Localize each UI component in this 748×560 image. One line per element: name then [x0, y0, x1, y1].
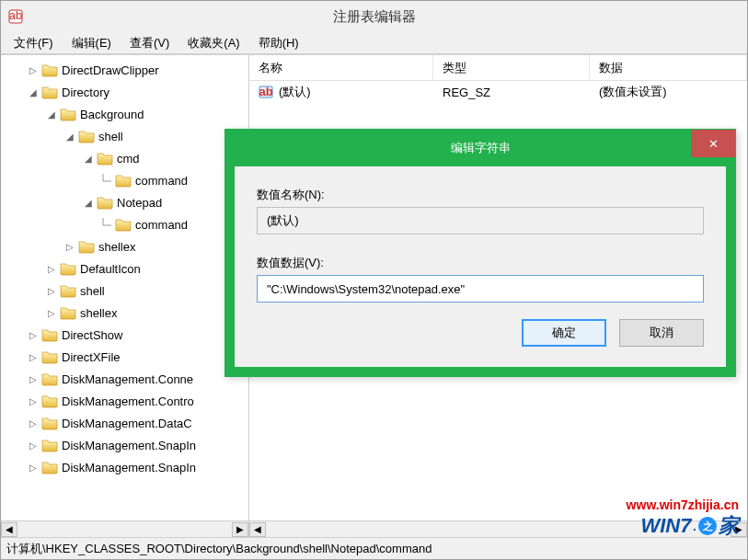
tree-item-label: DiskManagement.SnapIn	[62, 439, 196, 452]
scroll-left-arrow-icon[interactable]: ◀	[1, 522, 17, 537]
tree-item[interactable]: ◢cmd	[1, 147, 248, 169]
tree-item-label: DiskManagement.Conne	[62, 372, 193, 386]
column-name[interactable]: 名称	[249, 55, 433, 80]
tree-item[interactable]: ▷DirectDrawClipper	[1, 59, 248, 81]
tree-item-label: DirectDrawClipper	[62, 63, 158, 77]
scroll-right-arrow-icon[interactable]: ▶	[731, 522, 747, 537]
folder-icon	[41, 438, 58, 452]
folder-icon	[60, 261, 76, 276]
list-header: 名称 类型 数据	[249, 55, 747, 81]
expander-icon[interactable]: ▷	[27, 350, 40, 363]
status-path: 计算机\HKEY_CLASSES_ROOT\Directory\Backgrou…	[6, 541, 432, 557]
tree-item[interactable]: ▷DefaultIcon	[1, 257, 248, 280]
tree-item[interactable]: ▷DirectShow	[1, 324, 248, 346]
column-data[interactable]: 数据	[590, 55, 747, 80]
tree-item[interactable]: ◢Notepad	[1, 191, 248, 213]
menu-file[interactable]: 文件(F)	[5, 32, 63, 54]
ok-button[interactable]: 确定	[522, 319, 606, 347]
tree-item-label: shellex	[98, 240, 135, 254]
expander-icon[interactable]: ◢	[82, 196, 95, 209]
folder-icon	[60, 305, 76, 320]
folder-icon	[115, 173, 132, 188]
edit-string-dialog: 编辑字符串 ✕ 数值名称(N): (默认) 数值数据(V): 确定 取消	[224, 129, 736, 377]
expander-icon[interactable]: ▷	[45, 284, 58, 297]
tree-item-label: shell	[98, 130, 123, 143]
tree-horizontal-scrollbar[interactable]: ◀ ▶	[1, 520, 248, 537]
folder-icon	[41, 85, 58, 99]
string-value-icon	[259, 85, 273, 99]
tree-connector-icon	[100, 174, 113, 187]
folder-icon	[41, 349, 58, 364]
folder-icon	[41, 394, 58, 408]
expander-icon[interactable]: ◢	[27, 86, 40, 98]
tree-item[interactable]: ▷shell	[1, 280, 248, 302]
tree-item[interactable]: ▷shellex	[1, 235, 248, 257]
cancel-button[interactable]: 取消	[619, 319, 704, 347]
tree-item-label: cmd	[117, 152, 140, 166]
close-button[interactable]: ✕	[691, 130, 735, 157]
tree-item[interactable]: ▷shellex	[1, 302, 248, 324]
close-icon: ✕	[708, 137, 719, 151]
value-data: (数值未设置)	[590, 84, 747, 100]
tree-item[interactable]: ◢Background	[1, 103, 248, 125]
dialog-title-text: 编辑字符串	[451, 140, 511, 156]
tree-item[interactable]: ▷DiskManagement.DataC	[1, 412, 248, 434]
tree-item[interactable]: ▷DirectXFile	[1, 346, 248, 368]
folder-icon	[41, 327, 58, 342]
tree-item[interactable]: command	[1, 213, 248, 235]
tree-item-label: DiskManagement.SnapIn	[62, 461, 196, 474]
tree-scroll[interactable]: ▷DirectDrawClipper◢Directory◢Background◢…	[1, 55, 248, 520]
expander-icon[interactable]: ▷	[45, 306, 58, 319]
tree-item-label: DirectShow	[62, 328, 122, 342]
tree-item[interactable]: ▷DiskManagement.SnapIn	[1, 456, 248, 478]
folder-icon	[78, 129, 95, 143]
expander-icon[interactable]: ▷	[63, 240, 76, 253]
tree-item[interactable]: ◢Directory	[1, 81, 248, 103]
expander-icon[interactable]: ▷	[27, 394, 40, 407]
folder-icon	[97, 151, 113, 166]
window-title: 注册表编辑器	[333, 8, 416, 26]
expander-icon[interactable]: ▷	[27, 461, 40, 474]
expander-icon[interactable]: ▷	[27, 439, 40, 451]
list-row[interactable]: (默认) REG_SZ (数值未设置)	[249, 81, 747, 103]
expander-icon[interactable]: ▷	[27, 63, 40, 76]
label-value-name: 数值名称(N):	[257, 187, 704, 203]
list-horizontal-scrollbar[interactable]: ◀ ▶	[249, 520, 747, 537]
expander-icon[interactable]: ◢	[63, 130, 76, 143]
folder-icon	[78, 239, 95, 254]
dialog-titlebar[interactable]: 编辑字符串 ✕	[225, 130, 735, 166]
folder-icon	[97, 195, 113, 210]
value-name: (默认)	[279, 84, 311, 100]
tree-item[interactable]: ◢shell	[1, 125, 248, 147]
statusbar: 计算机\HKEY_CLASSES_ROOT\Directory\Backgrou…	[1, 537, 747, 559]
regedit-icon	[8, 9, 23, 24]
menu-help[interactable]: 帮助(H)	[249, 32, 308, 54]
menubar: 文件(F) 编辑(E) 查看(V) 收藏夹(A) 帮助(H)	[1, 32, 747, 54]
tree-item[interactable]: command	[1, 169, 248, 191]
menu-favorites[interactable]: 收藏夹(A)	[178, 32, 248, 54]
folder-icon	[41, 371, 58, 386]
tree-item[interactable]: ▷DiskManagement.SnapIn	[1, 434, 248, 456]
folder-icon	[60, 107, 76, 121]
value-type: REG_SZ	[433, 86, 590, 99]
expander-icon[interactable]: ▷	[27, 328, 40, 341]
tree-item[interactable]: ▷DiskManagement.Contro	[1, 390, 248, 412]
tree-item-label: DiskManagement.DataC	[62, 417, 192, 430]
menu-edit[interactable]: 编辑(E)	[63, 32, 121, 54]
tree-item-label: DirectXFile	[62, 350, 121, 364]
expander-icon[interactable]: ▷	[27, 372, 40, 385]
folder-icon	[115, 217, 132, 232]
expander-icon[interactable]: ◢	[45, 108, 58, 120]
expander-icon[interactable]: ▷	[45, 262, 58, 275]
column-type[interactable]: 类型	[433, 55, 590, 80]
menu-view[interactable]: 查看(V)	[121, 32, 178, 54]
scroll-left-arrow-icon[interactable]: ◀	[249, 522, 266, 537]
tree-item-label: command	[135, 218, 188, 232]
expander-icon[interactable]: ◢	[82, 152, 95, 165]
tree-item-label: command	[135, 174, 188, 188]
tree-item[interactable]: ▷DiskManagement.Conne	[1, 368, 248, 390]
value-data-input[interactable]	[257, 275, 704, 303]
scroll-right-arrow-icon[interactable]: ▶	[232, 522, 248, 537]
titlebar: 注册表编辑器	[1, 1, 747, 32]
expander-icon[interactable]: ▷	[27, 417, 40, 429]
